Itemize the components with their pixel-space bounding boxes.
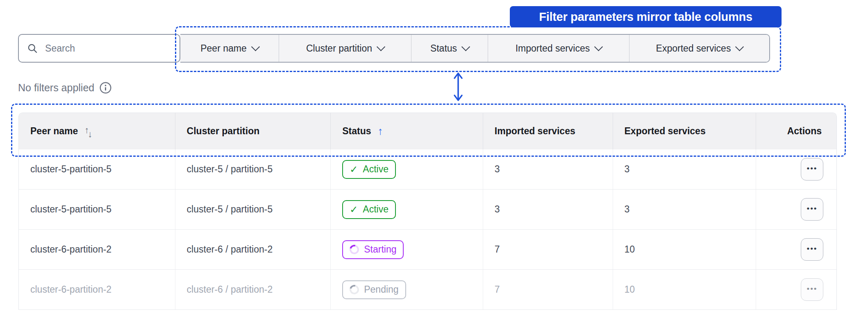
column-header[interactable]: Imported services ↑↓ ↑ — [483, 113, 613, 149]
row-actions-button[interactable]: ••• — [801, 278, 823, 301]
ellipsis-icon: ••• — [807, 205, 818, 212]
row-actions-button[interactable]: ••• — [801, 158, 823, 181]
filter-button-label: Peer name — [200, 43, 247, 54]
column-header-label: Imported services — [495, 126, 575, 137]
cell-exported-services: 10 — [613, 270, 756, 309]
filter-button-label: Exported services — [656, 43, 731, 54]
column-header-label: Actions — [787, 126, 822, 137]
chevron-down-icon — [735, 43, 744, 51]
column-header[interactable]: Status ↑↓ ↑ — [330, 113, 483, 149]
search-input[interactable] — [44, 43, 171, 54]
filter-button-label: Imported services — [516, 43, 590, 54]
chevron-down-icon — [377, 43, 385, 51]
cell-cluster-partition: cluster-5 / partition-5 — [175, 149, 331, 189]
filter-button[interactable]: Exported services — [629, 35, 769, 62]
table-row: cluster-6-partition-2 cluster-6 / partit… — [19, 230, 836, 270]
info-icon[interactable] — [99, 81, 112, 94]
ellipsis-icon: ••• — [807, 165, 818, 172]
sort-icon[interactable]: ↑↓ — [84, 127, 93, 136]
status-label: Pending — [364, 284, 398, 295]
filter-button-label: Status — [430, 43, 457, 54]
row-actions-button[interactable]: ••• — [801, 238, 823, 261]
column-header[interactable]: Actions ↑↓ ↑ — [756, 113, 836, 149]
search-icon — [27, 42, 38, 54]
table-header-row: Peer name ↑↓ ↑ Cluster partition ↑↓ ↑ St… — [19, 113, 836, 149]
peers-table: Peer name ↑↓ ↑ Cluster partition ↑↓ ↑ St… — [18, 113, 837, 310]
chevron-down-icon — [461, 43, 470, 51]
column-header-label: Status — [342, 126, 371, 137]
cell-status: ✓ Active — [330, 190, 483, 229]
status-badge: ✓ Active — [342, 200, 396, 219]
table-row: cluster-6-partition-2 cluster-6 / partit… — [19, 270, 836, 310]
cell-cluster-partition: cluster-5 / partition-5 — [175, 190, 331, 229]
cell-status: ✓ Pending — [330, 270, 483, 309]
filter-button[interactable]: Imported services — [488, 35, 629, 62]
column-header[interactable]: Cluster partition ↑↓ ↑ — [175, 113, 331, 149]
table-row: cluster-5-partition-5 cluster-5 / partit… — [19, 190, 836, 230]
column-header-label: Cluster partition — [187, 126, 260, 137]
ellipsis-icon: ••• — [807, 285, 818, 293]
spinner-icon — [348, 243, 361, 256]
cell-status: ✓ Starting — [330, 230, 483, 269]
table-row: cluster-5-partition-5 cluster-5 / partit… — [19, 149, 836, 190]
cell-actions: ••• — [756, 270, 836, 309]
cell-exported-services: 10 — [613, 230, 756, 269]
cell-exported-services: 3 — [613, 149, 756, 189]
cell-cluster-partition: cluster-6 / partition-2 — [175, 270, 331, 309]
column-header-label: Peer name — [30, 126, 78, 137]
cell-status: ✓ Active — [330, 149, 483, 189]
filter-button[interactable]: Cluster partition — [279, 35, 411, 62]
mirror-arrow-icon — [451, 70, 466, 103]
callout-banner: Filter parameters mirror table columns — [510, 6, 782, 27]
cell-peer-name: cluster-6-partition-2 — [19, 230, 175, 269]
status-label: Starting — [364, 244, 396, 255]
cell-peer-name: cluster-5-partition-5 — [19, 190, 175, 229]
column-header-label: Exported services — [625, 126, 706, 137]
cell-actions: ••• — [756, 149, 836, 189]
cell-imported-services: 3 — [483, 190, 613, 229]
cell-imported-services: 7 — [483, 230, 613, 269]
search-box[interactable] — [18, 34, 180, 63]
cell-imported-services: 3 — [483, 149, 613, 189]
cell-cluster-partition: cluster-6 / partition-2 — [175, 230, 331, 269]
column-header[interactable]: Exported services ↑↓ ↑ — [613, 113, 756, 149]
chevron-down-icon — [594, 43, 603, 51]
spinner-icon — [348, 283, 361, 296]
status-badge: ✓ Starting — [342, 240, 404, 259]
cell-imported-services: 7 — [483, 270, 613, 309]
filter-summary-text: No filters applied — [18, 82, 94, 94]
filter-button-label: Cluster partition — [306, 43, 372, 54]
cell-peer-name: cluster-6-partition-2 — [19, 270, 175, 309]
cell-exported-services: 3 — [613, 190, 756, 229]
check-icon: ✓ — [350, 205, 358, 214]
status-badge: ✓ Active — [342, 160, 396, 179]
status-label: Active — [363, 164, 389, 175]
column-header[interactable]: Peer name ↑↓ ↑ — [19, 113, 175, 149]
status-label: Active — [363, 204, 389, 215]
filter-group: Peer name Cluster partition Status Impor… — [180, 34, 770, 63]
status-badge: ✓ Pending — [342, 280, 406, 299]
filter-button[interactable]: Status — [411, 35, 488, 62]
ellipsis-icon: ••• — [807, 245, 818, 253]
peers-table-screen: Filter parameters mirror table columns P… — [0, 0, 868, 334]
cell-actions: ••• — [756, 190, 836, 229]
chevron-down-icon — [251, 43, 260, 51]
cell-peer-name: cluster-5-partition-5 — [19, 149, 175, 189]
sort-asc-icon[interactable]: ↑ — [378, 125, 383, 138]
check-icon: ✓ — [350, 165, 358, 174]
filter-button[interactable]: Peer name — [180, 35, 279, 62]
row-actions-button[interactable]: ••• — [801, 198, 823, 221]
cell-actions: ••• — [756, 230, 836, 269]
filter-summary: No filters applied — [18, 81, 112, 94]
table-body: cluster-5-partition-5 cluster-5 / partit… — [19, 149, 836, 310]
